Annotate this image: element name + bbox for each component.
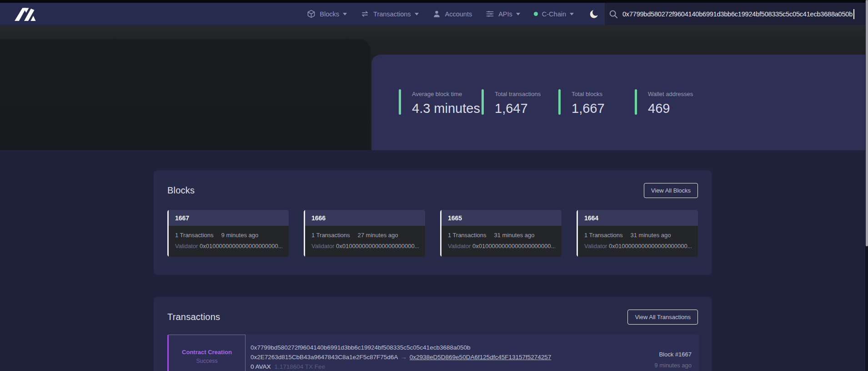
transaction-value: 0 AVAX	[251, 363, 271, 370]
scrollbar	[865, 0, 868, 371]
block-card-row: 1667 1 Transactions 9 minutes ago Valida…	[154, 210, 712, 257]
nav-item-transactions[interactable]: Transactions	[361, 10, 418, 18]
chevron-down-icon	[516, 13, 520, 15]
transaction-type-badge: Contract Creation Success	[167, 335, 246, 371]
block-number: 1664	[577, 210, 698, 226]
nav-label-transactions: Transactions	[373, 10, 411, 18]
block-number: 1667	[167, 210, 289, 226]
block-accent-bar	[167, 210, 169, 257]
nav-item-apis[interactable]: APIs	[486, 10, 520, 18]
text-caret	[853, 9, 854, 19]
block-card-1666[interactable]: 1666 1 Transactions 27 minutes ago Valid…	[304, 210, 425, 257]
block-body: 1 Transactions 31 minutes ago Validator …	[577, 226, 698, 249]
blocks-section-title: Blocks	[167, 185, 195, 196]
stat-accent-bar	[558, 89, 561, 115]
transaction-time-ago: 9 minutes ago	[654, 362, 692, 369]
navbar: Blocks Transactions Accounts	[0, 3, 868, 25]
hero-section: Average block time 4.3 minutes Total tra…	[0, 25, 868, 150]
transaction-status: Success	[196, 358, 217, 364]
transaction-row[interactable]: Contract Creation Success 0x7799bd580272…	[167, 335, 699, 371]
block-body: 1 Transactions 31 minutes ago Validator …	[440, 226, 562, 249]
stat-value: 469	[648, 101, 693, 116]
blocks-section: Blocks View All Blocks 1667 1 Transactio…	[154, 170, 712, 275]
stat-label: Total transactions	[495, 89, 541, 97]
block-explorer-page: Blocks Transactions Accounts	[0, 0, 868, 371]
sliders-icon	[486, 10, 494, 18]
nav-label-blocks: Blocks	[320, 10, 339, 18]
nav-label-accounts: Accounts	[445, 10, 472, 18]
chain-status-dot	[534, 12, 538, 16]
validator-address: 0x0100000000000000000000...	[336, 243, 419, 249]
transactions-section-header: Transactions View All Transactions	[154, 297, 712, 325]
nav-item-chain-selector[interactable]: C-Chain	[534, 10, 574, 18]
block-time-ago: 31 minutes ago	[494, 232, 535, 239]
block-number: 1665	[440, 210, 562, 226]
scrollbar-thumb[interactable]	[866, 0, 868, 246]
search-bar[interactable]: 0x7799bd580272f9604140b6991d3bb6c19924bf…	[605, 3, 868, 25]
stat-wallet-addresses: Wallet addresses 469	[635, 89, 693, 116]
nav-menu: Blocks Transactions Accounts	[307, 3, 599, 25]
transaction-block-info: Block #1667 9 minutes ago	[654, 351, 692, 369]
block-time-ago: 31 minutes ago	[631, 232, 671, 239]
transaction-details: 0x7799bd580272f9604140b6991d3bb6c19924bf…	[251, 343, 551, 371]
validator-label: Validator	[175, 243, 198, 249]
avalanche-logo[interactable]	[13, 7, 38, 21]
validator-label: Validator	[311, 243, 334, 249]
to-address-link[interactable]: 0x2938eD5D869e50DA6f125dfc45F13157f52742…	[410, 354, 552, 361]
transaction-addresses: 0x2E7263d815CbB43a9647843C8a1e2F5c87F75d…	[251, 352, 551, 362]
moon-icon	[589, 9, 599, 19]
chevron-down-icon	[570, 13, 574, 15]
transaction-block-number: Block #1667	[654, 351, 692, 358]
transactions-section: Transactions View All Transactions Contr…	[154, 297, 712, 371]
search-input[interactable]: 0x7799bd580272f9604140b6991d3bb6c19924bf…	[622, 10, 853, 18]
block-tx-count: 1 Transactions	[584, 232, 623, 239]
stat-accent-bar	[635, 89, 637, 115]
dark-mode-toggle[interactable]	[589, 9, 599, 19]
chevron-down-icon	[415, 13, 419, 15]
arrow-right-icon: →	[398, 354, 410, 361]
validator-label: Validator	[584, 243, 607, 249]
transfer-arrows-icon	[361, 10, 369, 18]
person-icon	[432, 10, 441, 18]
nav-item-accounts[interactable]: Accounts	[432, 10, 472, 18]
stats-panel: Average block time 4.3 minutes Total tra…	[371, 55, 868, 150]
block-time-ago: 27 minutes ago	[358, 232, 398, 239]
search-icon	[608, 9, 618, 19]
hero-background-shape	[0, 39, 371, 150]
transactions-section-title: Transactions	[167, 312, 220, 322]
block-accent-bar	[440, 210, 442, 257]
stat-label: Wallet addresses	[648, 89, 693, 97]
block-tx-count: 1 Transactions	[175, 232, 214, 239]
stat-value: 1,667	[572, 101, 605, 116]
validator-label: Validator	[448, 243, 471, 249]
validator-address: 0x0100000000000000000000...	[609, 243, 692, 249]
stat-average-block-time: Average block time 4.3 minutes	[399, 89, 480, 116]
nav-item-blocks[interactable]: Blocks	[307, 10, 347, 18]
stat-label: Average block time	[412, 89, 480, 97]
block-number: 1666	[304, 210, 425, 226]
view-all-transactions-button[interactable]: View All Transactions	[627, 310, 698, 325]
block-card-1665[interactable]: 1665 1 Transactions 31 minutes ago Valid…	[440, 210, 562, 257]
validator-address: 0x0100000000000000000000...	[472, 243, 555, 249]
validator-address: 0x0100000000000000000000...	[200, 243, 282, 249]
blocks-section-header: Blocks View All Blocks	[154, 170, 712, 198]
stat-accent-bar	[399, 89, 401, 115]
stat-label: Total blocks	[572, 89, 605, 97]
from-address: 0x2E7263d815CbB43a9647843C8a1e2F5c87F75d…	[251, 354, 398, 361]
nav-label-apis: APIs	[498, 10, 512, 18]
stat-accent-bar	[482, 89, 484, 115]
chevron-down-icon	[343, 13, 347, 15]
block-card-1664[interactable]: 1664 1 Transactions 31 minutes ago Valid…	[577, 210, 698, 257]
nav-label-chain: C-Chain	[542, 10, 566, 18]
cube-icon	[307, 10, 316, 18]
block-accent-bar	[304, 210, 305, 257]
transaction-type: Contract Creation	[182, 349, 232, 356]
block-tx-count: 1 Transactions	[448, 232, 487, 239]
block-body: 1 Transactions 9 minutes ago Validator 0…	[167, 226, 289, 249]
transaction-fee: 1.1718604 TX Fee	[271, 363, 326, 370]
view-all-blocks-button[interactable]: View All Blocks	[644, 183, 698, 198]
block-body: 1 Transactions 27 minutes ago Validator …	[304, 226, 425, 249]
block-tx-count: 1 Transactions	[311, 232, 350, 239]
block-accent-bar	[577, 210, 578, 257]
block-card-1667[interactable]: 1667 1 Transactions 9 minutes ago Valida…	[167, 210, 289, 257]
